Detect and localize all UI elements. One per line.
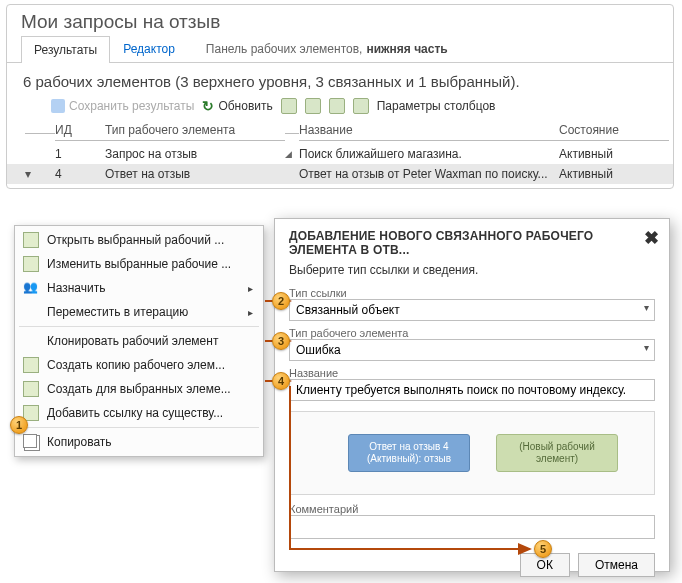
separator xyxy=(19,326,259,327)
query-panel: Мои запросы на отзыв Результаты Редактор… xyxy=(6,4,674,189)
toolbar-icon-1[interactable] xyxy=(281,98,297,114)
ctx-clone-label: Клонировать рабочий элемент xyxy=(47,334,218,348)
createfor-icon xyxy=(23,381,39,397)
wi-type-select[interactable] xyxy=(289,339,655,361)
comment-label: Комментарий xyxy=(289,503,655,515)
tab-editor[interactable]: Редактор xyxy=(110,35,188,62)
callout-2: 2 xyxy=(272,292,290,310)
row-menu-caret[interactable]: ▾ xyxy=(25,167,55,181)
assign-icon xyxy=(23,280,39,296)
ctx-add-link[interactable]: Добавить ссылку на существу... xyxy=(15,401,263,425)
table-row[interactable]: 1 Запрос на отзыв ◢ Поиск ближайшего маг… xyxy=(7,144,673,164)
separator xyxy=(19,427,259,428)
callout-1: 1 xyxy=(10,416,28,434)
result-summary: 6 рабочих элементов (3 верхнего уровня, … xyxy=(7,63,673,94)
callout-5: 5 xyxy=(534,540,552,558)
chevron-right-icon: ▸ xyxy=(248,307,253,318)
toolbar-icon-2[interactable] xyxy=(305,98,321,114)
tab-results[interactable]: Результаты xyxy=(21,36,110,63)
results-grid: ИД Тип рабочего элемента Название Состоя… xyxy=(7,120,673,188)
dialog-title: ДОБАВЛЕНИЕ НОВОГО СВЯЗАННОГО РАБОЧЕГО ЭЛ… xyxy=(289,229,655,257)
link-type-label: Тип ссылки xyxy=(289,287,655,299)
ctx-addlink-label: Добавить ссылку на существу... xyxy=(47,406,223,420)
expand-icon[interactable]: ◢ xyxy=(285,149,299,159)
panel-caption-bold: нижняя часть xyxy=(366,42,447,56)
save-label: Сохранить результаты xyxy=(69,99,194,113)
link-type-select[interactable] xyxy=(289,299,655,321)
refresh-button[interactable]: Обновить xyxy=(202,98,272,114)
table-row[interactable]: ▾ 4 Ответ на отзыв Ответ на отзыв от Pet… xyxy=(7,164,673,184)
cell-state: Активный xyxy=(559,167,669,181)
close-icon[interactable]: ✖ xyxy=(644,227,659,249)
add-linked-item-dialog: ✖ ДОБАВЛЕНИЕ НОВОГО СВЯЗАННОГО РАБОЧЕГО … xyxy=(274,218,670,572)
ctx-clone[interactable]: Клонировать рабочий элемент xyxy=(15,329,263,353)
cell-id: 4 xyxy=(55,167,105,181)
col-state[interactable]: Состояние xyxy=(559,123,669,141)
dialog-subtitle: Выберите тип ссылки и сведения. xyxy=(289,263,655,277)
target-node: (Новый рабочий элемент) xyxy=(496,434,618,472)
copywi-icon xyxy=(23,357,39,373)
toolbar-icon-4[interactable] xyxy=(353,98,369,114)
cell-id: 1 xyxy=(55,147,105,161)
copy-icon xyxy=(23,434,39,450)
panel-caption: Панель рабочих элементов, нижняя часть xyxy=(206,42,448,56)
col-title[interactable]: Название xyxy=(299,123,559,141)
cell-type: Ответ на отзыв xyxy=(105,167,285,181)
cancel-button[interactable]: Отмена xyxy=(578,553,655,577)
col-id[interactable]: ИД xyxy=(55,123,105,141)
cell-title: Поиск ближайшего магазина. xyxy=(299,147,559,161)
col-type[interactable]: Тип рабочего элемента xyxy=(105,123,285,141)
refresh-icon xyxy=(202,98,214,114)
name-label: Название xyxy=(289,367,655,379)
edit-icon xyxy=(23,256,39,272)
columns-label: Параметры столбцов xyxy=(377,99,496,113)
name-input[interactable] xyxy=(289,379,655,401)
ctx-move-label: Переместить в итерацию xyxy=(47,305,188,319)
wi-type-label: Тип рабочего элемента xyxy=(289,327,655,339)
save-results-button[interactable]: Сохранить результаты xyxy=(51,99,194,113)
panel-caption-prefix: Панель рабочих элементов, xyxy=(206,42,363,56)
refresh-label: Обновить xyxy=(218,99,272,113)
ctx-copy[interactable]: Копировать xyxy=(15,430,263,454)
row-context-menu: Открыть выбранный рабочий ... Изменить в… xyxy=(14,225,264,457)
callout-3: 3 xyxy=(272,332,290,350)
toolbar-icon-3[interactable] xyxy=(329,98,345,114)
ctx-createfor-label: Создать для выбранных элеме... xyxy=(47,382,231,396)
ctx-move[interactable]: Переместить в итерацию ▸ xyxy=(15,300,263,324)
ctx-create-for[interactable]: Создать для выбранных элеме... xyxy=(15,377,263,401)
dialog-buttons: ОК Отмена xyxy=(289,553,655,577)
blank-icon xyxy=(23,333,39,349)
open-icon xyxy=(23,232,39,248)
callout-4: 4 xyxy=(272,372,290,390)
cell-title: Ответ на отзыв от Peter Waxman по поиску… xyxy=(299,167,559,181)
cell-type: Запрос на отзыв xyxy=(105,147,285,161)
ctx-copy-workitem[interactable]: Создать копию рабочего элем... xyxy=(15,353,263,377)
cell-state: Активный xyxy=(559,147,669,161)
ctx-copy-label: Копировать xyxy=(47,435,112,449)
comment-input[interactable] xyxy=(289,515,655,539)
ctx-open[interactable]: Открыть выбранный рабочий ... xyxy=(15,228,263,252)
ctx-edit-label: Изменить выбранные рабочие ... xyxy=(47,257,231,271)
ctx-assign[interactable]: Назначить ▸ xyxy=(15,276,263,300)
page-title: Мои запросы на отзыв xyxy=(7,5,673,35)
column-options-button[interactable]: Параметры столбцов xyxy=(377,99,496,113)
tabs-bar: Результаты Редактор Панель рабочих элеме… xyxy=(7,35,673,63)
source-node: Ответ на отзыв 4 (Активный): отзыв xyxy=(348,434,470,472)
results-toolbar: Сохранить результаты Обновить Параметры … xyxy=(7,94,673,120)
link-diagram: Ответ на отзыв 4 (Активный): отзыв (Новы… xyxy=(289,411,655,495)
chevron-right-icon: ▸ xyxy=(248,283,253,294)
ctx-copywi-label: Создать копию рабочего элем... xyxy=(47,358,225,372)
ctx-edit[interactable]: Изменить выбранные рабочие ... xyxy=(15,252,263,276)
ctx-open-label: Открыть выбранный рабочий ... xyxy=(47,233,224,247)
grid-header: ИД Тип рабочего элемента Название Состоя… xyxy=(7,120,673,144)
ctx-assign-label: Назначить xyxy=(47,281,105,295)
save-icon xyxy=(51,99,65,113)
blank-icon xyxy=(23,304,39,320)
